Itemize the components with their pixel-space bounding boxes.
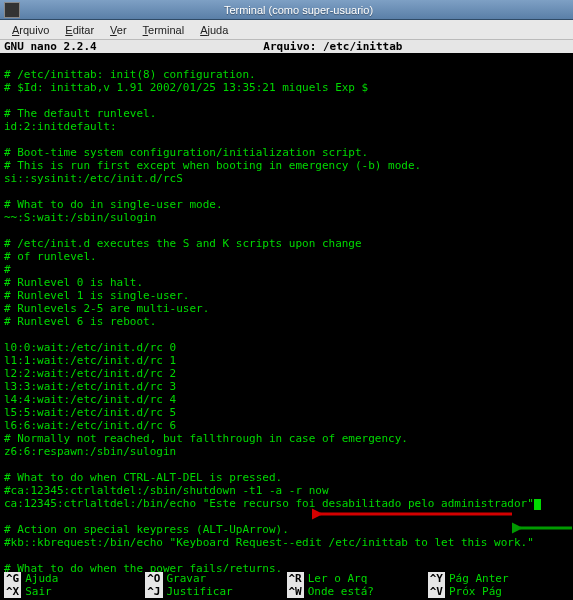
shortcut-label: Próx Pág: [449, 585, 502, 598]
nano-header: GNU nano 2.2.4 Arquivo: /etc/inittab: [0, 40, 573, 53]
file-line: # $Id: inittab,v 1.91 2002/01/25 13:35:2…: [4, 81, 569, 94]
shortcut-label: Justificar: [167, 585, 233, 598]
file-line: # Runlevel 1 is single-user.: [4, 289, 569, 302]
shortcut-exit[interactable]: ^XSair: [4, 585, 145, 598]
file-content-area[interactable]: # /etc/inittab: init(8) configuration.# …: [0, 53, 573, 575]
shortcut-whereis[interactable]: ^WOnde está?: [287, 585, 428, 598]
shortcut-writeout[interactable]: ^OGravar: [145, 572, 286, 585]
file-line: l4:4:wait:/etc/init.d/rc 4: [4, 393, 569, 406]
menu-terminal[interactable]: Terminal: [135, 22, 193, 38]
file-line: z6:6:respawn:/sbin/sulogin: [4, 445, 569, 458]
shortcut-nextpage[interactable]: ^VPróx Pág: [428, 585, 569, 598]
footer-row-1: ^GAjuda ^OGravar ^RLer o Arq ^YPág Anter: [4, 572, 569, 585]
file-line: [4, 328, 569, 341]
file-line: [4, 185, 569, 198]
footer-row-2: ^XSair ^JJustificar ^WOnde está? ^VPróx …: [4, 585, 569, 598]
window-titlebar: Terminal (como super-usuario): [0, 0, 573, 20]
file-line: # What to do when CTRL-ALT-DEL is presse…: [4, 471, 569, 484]
file-line: [4, 94, 569, 107]
file-line: l3:3:wait:/etc/init.d/rc 3: [4, 380, 569, 393]
file-line: id:2:initdefault:: [4, 120, 569, 133]
shortcut-label: Pág Anter: [449, 572, 509, 585]
nano-footer: ^GAjuda ^OGravar ^RLer o Arq ^YPág Anter…: [0, 572, 573, 600]
text-cursor: [534, 499, 541, 510]
file-line: [4, 549, 569, 562]
shortcut-label: Gravar: [167, 572, 207, 585]
file-line: # /etc/inittab: init(8) configuration.: [4, 68, 569, 81]
file-line: [4, 55, 569, 68]
file-line: # of runlevel.: [4, 250, 569, 263]
file-line: # Runlevels 2-5 are multi-user.: [4, 302, 569, 315]
nano-file-label: Arquivo: /etc/inittab: [97, 40, 569, 53]
file-line: [4, 510, 569, 523]
file-line: #: [4, 263, 569, 276]
terminal-body[interactable]: GNU nano 2.2.4 Arquivo: /etc/inittab # /…: [0, 40, 573, 600]
file-line: l1:1:wait:/etc/init.d/rc 1: [4, 354, 569, 367]
file-line: l2:2:wait:/etc/init.d/rc 2: [4, 367, 569, 380]
file-line: ~~:S:wait:/sbin/sulogin: [4, 211, 569, 224]
file-line: # Runlevel 6 is reboot.: [4, 315, 569, 328]
file-line: # The default runlevel.: [4, 107, 569, 120]
shortcut-label: Onde está?: [308, 585, 374, 598]
file-line: [4, 224, 569, 237]
file-line: # This is run first except when booting …: [4, 159, 569, 172]
file-line: # Normally not reached, but fallthrough …: [4, 432, 569, 445]
menu-editar[interactable]: Editar: [57, 22, 102, 38]
shortcut-prevpage[interactable]: ^YPág Anter: [428, 572, 569, 585]
window-title: Terminal (como super-usuario): [24, 4, 573, 16]
file-line: si::sysinit:/etc/init.d/rcS: [4, 172, 569, 185]
file-line: # Action on special keypress (ALT-UpArro…: [4, 523, 569, 536]
file-line: [4, 133, 569, 146]
shortcut-label: Ajuda: [25, 572, 58, 585]
nano-version: GNU nano 2.2.4: [4, 40, 97, 53]
shortcut-label: Sair: [25, 585, 52, 598]
file-line: #ca:12345:ctrlaltdel:/sbin/shutdown -t1 …: [4, 484, 569, 497]
file-line: l0:0:wait:/etc/init.d/rc 0: [4, 341, 569, 354]
shortcut-label: Ler o Arq: [308, 572, 368, 585]
shortcut-readfile[interactable]: ^RLer o Arq: [287, 572, 428, 585]
file-line: # Boot-time system configuration/initial…: [4, 146, 569, 159]
shortcut-justify[interactable]: ^JJustificar: [145, 585, 286, 598]
menu-ver[interactable]: Ver: [102, 22, 135, 38]
menu-ajuda[interactable]: Ajuda: [192, 22, 236, 38]
file-line: ca:12345:ctrlaltdel:/bin/echo "Este recu…: [4, 497, 569, 510]
file-line: # Runlevel 0 is halt.: [4, 276, 569, 289]
file-line: # /etc/init.d executes the S and K scrip…: [4, 237, 569, 250]
app-icon: [4, 2, 20, 18]
shortcut-help[interactable]: ^GAjuda: [4, 572, 145, 585]
file-line: # What to do in single-user mode.: [4, 198, 569, 211]
file-line: l6:6:wait:/etc/init.d/rc 6: [4, 419, 569, 432]
menubar: Arquivo Editar Ver Terminal Ajuda: [0, 20, 573, 40]
file-line: #kb::kbrequest:/bin/echo "Keyboard Reque…: [4, 536, 569, 549]
menu-arquivo[interactable]: Arquivo: [4, 22, 57, 38]
file-line: l5:5:wait:/etc/init.d/rc 5: [4, 406, 569, 419]
file-line: [4, 458, 569, 471]
